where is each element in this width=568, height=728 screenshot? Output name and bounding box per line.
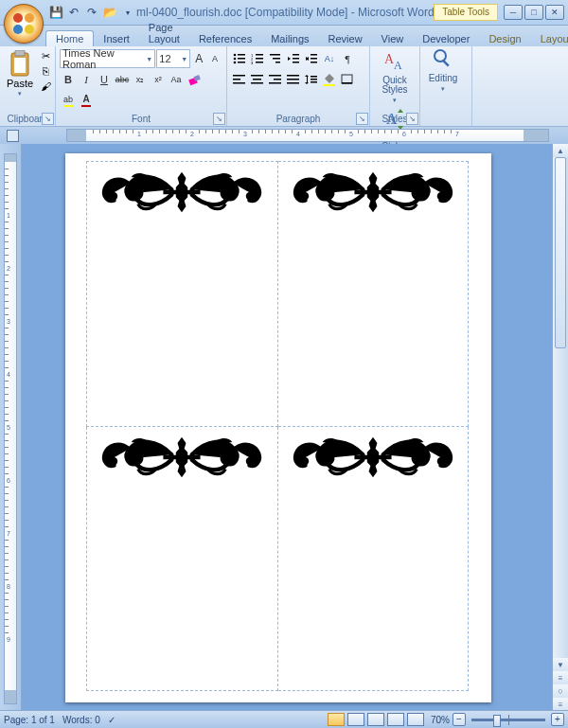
svg-point-9 — [234, 54, 237, 57]
shrink-font-button[interactable]: A — [207, 50, 222, 67]
next-page-button[interactable]: ≡ — [553, 698, 568, 711]
vertical-scrollbar[interactable]: ▲ ▼ ≡ ○ ≡ — [552, 144, 568, 711]
editing-button[interactable]: Editing ▾ — [424, 48, 462, 94]
outline-view-button[interactable] — [387, 713, 404, 726]
cut-button[interactable]: ✂ — [38, 48, 53, 63]
quick-styles-label: Quick Styles — [374, 76, 416, 95]
tab-home[interactable]: Home — [45, 30, 94, 46]
zoom-slider-thumb[interactable] — [493, 715, 501, 727]
svg-rect-52 — [442, 60, 449, 66]
clear-formatting-button[interactable] — [186, 71, 203, 88]
font-dialog-launcher[interactable]: ↘ — [213, 113, 225, 125]
align-left-button[interactable] — [231, 71, 248, 88]
format-painter-button[interactable]: 🖌 — [38, 79, 53, 94]
flourish-image — [288, 435, 459, 482]
svg-point-51 — [435, 50, 446, 62]
sort-button[interactable]: A↓ — [321, 50, 338, 67]
scrollbar-thumb[interactable] — [555, 157, 566, 348]
tab-page-layout[interactable]: Page Layout — [139, 20, 189, 46]
label-cell-1[interactable] — [87, 162, 278, 427]
tab-selector[interactable] — [7, 130, 19, 142]
paragraph-dialog-launcher[interactable]: ↘ — [356, 113, 368, 125]
bold-button[interactable]: B — [60, 71, 77, 88]
grow-font-button[interactable]: A — [191, 50, 206, 67]
label-cell-3[interactable] — [87, 426, 278, 691]
svg-rect-42 — [307, 77, 308, 82]
scroll-up-button[interactable]: ▲ — [553, 144, 568, 157]
svg-rect-25 — [293, 58, 299, 60]
subscript-button[interactable]: x₂ — [132, 71, 149, 88]
maximize-button[interactable]: □ — [524, 5, 543, 20]
zoom-in-button[interactable]: + — [551, 713, 564, 726]
status-page[interactable]: Page: 1 of 1 — [4, 715, 55, 725]
increase-indent-button[interactable] — [303, 50, 320, 67]
minimize-button[interactable]: ─ — [504, 5, 523, 20]
styles-dialog-launcher[interactable]: ↘ — [406, 113, 418, 125]
font-size-combo[interactable]: 12 ▼ — [156, 49, 190, 68]
scroll-down-button[interactable]: ▼ — [553, 658, 568, 671]
undo-button[interactable]: ↶ — [65, 4, 82, 21]
justify-button[interactable] — [285, 71, 302, 88]
tab-mailings[interactable]: Mailings — [261, 31, 318, 46]
print-layout-view-button[interactable] — [328, 713, 345, 726]
quick-styles-button[interactable]: AA Quick Styles ▾ — [374, 50, 416, 105]
strike-button[interactable]: abc — [114, 71, 131, 88]
tab-layout[interactable]: Layout — [531, 31, 568, 46]
numbering-button[interactable]: 123 — [249, 50, 266, 67]
open-button[interactable]: 📂 — [101, 4, 118, 21]
prev-page-button[interactable]: ≡ — [553, 671, 568, 684]
status-proofing-icon[interactable]: ✓ — [108, 715, 115, 725]
find-icon — [433, 48, 453, 73]
quick-access-toolbar: 💾 ↶ ↷ 📂 ▾ — [47, 4, 136, 21]
change-case-button[interactable]: Aa — [168, 71, 185, 88]
highlight-button[interactable]: ab — [60, 92, 77, 109]
save-button[interactable]: 💾 — [47, 4, 64, 21]
qat-customize[interactable]: ▾ — [119, 4, 136, 21]
browse-object-button[interactable]: ○ — [553, 684, 568, 698]
line-spacing-button[interactable] — [303, 71, 320, 88]
tab-developer[interactable]: Developer — [413, 31, 479, 46]
clipboard-dialog-launcher[interactable]: ↘ — [42, 113, 54, 125]
full-screen-view-button[interactable] — [347, 713, 364, 726]
document-canvas[interactable] — [22, 144, 552, 711]
svg-rect-39 — [287, 75, 299, 77]
label-cell-4[interactable] — [277, 426, 469, 691]
underline-button[interactable]: U — [96, 71, 113, 88]
vertical-ruler[interactable]: 123456789 — [4, 153, 17, 704]
label-cell-2[interactable] — [277, 162, 469, 427]
shading-button[interactable] — [321, 71, 338, 88]
draft-view-button[interactable] — [407, 713, 424, 726]
copy-button[interactable]: ⎘ — [38, 63, 53, 79]
svg-rect-24 — [293, 54, 299, 56]
borders-button[interactable] — [339, 71, 356, 88]
align-center-button[interactable] — [249, 71, 266, 88]
show-marks-button[interactable]: ¶ — [339, 50, 356, 67]
tab-review[interactable]: Review — [319, 31, 372, 46]
zoom-out-button[interactable]: − — [453, 713, 466, 726]
close-button[interactable]: ✕ — [545, 5, 564, 20]
tab-references[interactable]: References — [189, 31, 261, 46]
svg-point-58 — [228, 455, 232, 459]
zoom-level[interactable]: 70% — [431, 715, 450, 725]
tab-insert[interactable]: Insert — [94, 31, 139, 46]
office-button[interactable] — [4, 4, 44, 44]
superscript-button[interactable]: x² — [150, 71, 167, 88]
zoom-slider[interactable] — [471, 719, 545, 721]
web-layout-view-button[interactable] — [367, 713, 384, 726]
italic-button[interactable]: I — [78, 71, 95, 88]
bullets-button[interactable] — [231, 50, 248, 67]
multilevel-button[interactable] — [267, 50, 284, 67]
redo-button[interactable]: ↷ — [83, 4, 100, 21]
svg-point-0 — [13, 13, 23, 23]
tab-design[interactable]: Design — [479, 31, 530, 46]
decrease-indent-button[interactable] — [285, 50, 302, 67]
font-name-combo[interactable]: Times New Roman ▼ — [60, 49, 155, 68]
paste-button[interactable]: Paste ▾ — [4, 48, 36, 111]
status-words[interactable]: Words: 0 — [62, 715, 100, 725]
svg-rect-18 — [256, 58, 263, 60]
font-color-button[interactable]: A — [78, 92, 95, 109]
align-right-button[interactable] — [267, 71, 284, 88]
tab-view[interactable]: View — [372, 31, 414, 46]
svg-rect-55 — [354, 190, 391, 194]
horizontal-ruler[interactable]: 1234567 — [66, 129, 549, 142]
